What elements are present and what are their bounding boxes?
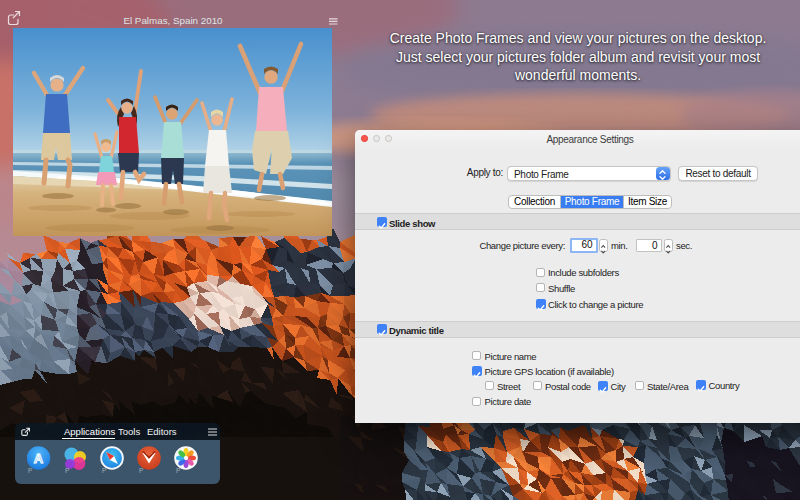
svg-text:A: A [34, 450, 44, 465]
svg-text:El Palmas, Spain 2010: El Palmas, Spain 2010 [123, 15, 223, 26]
